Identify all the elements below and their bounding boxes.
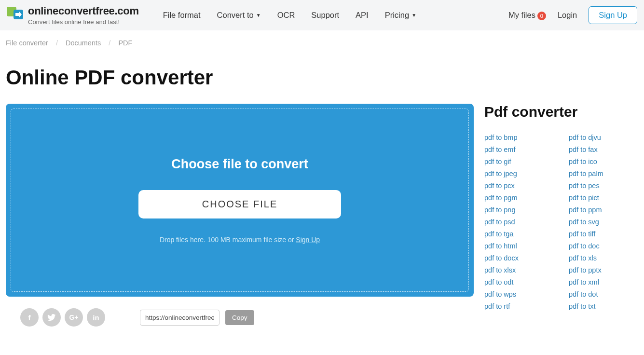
format-link[interactable]: pdf to wps <box>484 290 564 298</box>
dropzone-inner: Choose file to convert CHOOSE FILE Drop … <box>11 109 469 292</box>
format-link[interactable]: pdf to ico <box>569 158 644 165</box>
format-link[interactable]: pdf to html <box>484 242 564 250</box>
breadcrumb-pdf[interactable]: PDF <box>118 39 132 47</box>
logo-wrap: onlineconvertfree.com Convert files onli… <box>7 5 139 26</box>
share-row: f G+ in Copy <box>6 297 474 327</box>
signup-button[interactable]: Sign Up <box>589 6 637 24</box>
hint-signup-link[interactable]: Sign Up <box>296 236 320 244</box>
chevron-down-icon: ▼ <box>411 13 416 18</box>
sidebar-title: Pdf converter <box>484 104 644 120</box>
right-nav: My files0 Login Sign Up <box>508 6 637 24</box>
format-link[interactable]: pdf to dot <box>569 290 644 298</box>
copy-button[interactable]: Copy <box>225 310 254 325</box>
nav-pricing-label: Pricing <box>385 11 409 20</box>
twitter-icon[interactable] <box>42 308 61 327</box>
format-link[interactable]: pdf to odt <box>484 278 564 286</box>
chevron-down-icon: ▼ <box>256 13 261 18</box>
hint-text: Drop files here. 100 MB maximum file siz… <box>160 236 296 244</box>
logo-icon <box>7 5 23 21</box>
my-files-badge: 0 <box>537 12 546 20</box>
share-url-input[interactable] <box>140 310 219 326</box>
nav-convert-to-label: Convert to <box>217 11 254 20</box>
nav-api-label: API <box>356 11 369 20</box>
format-link[interactable]: pdf to pgm <box>484 194 564 202</box>
format-link[interactable]: pdf to jpeg <box>484 170 564 178</box>
nav-login[interactable]: Login <box>558 11 577 20</box>
nav-ocr[interactable]: OCR <box>277 11 295 20</box>
breadcrumb-separator: / <box>56 39 58 47</box>
format-link[interactable]: pdf to fax <box>569 146 644 153</box>
nav-file-format-label: File format <box>163 11 201 20</box>
nav-pricing[interactable]: Pricing▼ <box>385 11 416 20</box>
sidebar: Pdf converter pdf to bmppdf to emfpdf to… <box>484 104 644 310</box>
dropzone-hint: Drop files here. 100 MB maximum file siz… <box>160 236 320 244</box>
format-link[interactable]: pdf to txt <box>569 302 644 310</box>
nav-support[interactable]: Support <box>311 11 339 20</box>
format-link[interactable]: pdf to pes <box>569 182 644 190</box>
format-link[interactable]: pdf to pptx <box>569 266 644 274</box>
dropzone[interactable]: Choose file to convert CHOOSE FILE Drop … <box>6 104 474 297</box>
format-link[interactable]: pdf to xlsx <box>484 266 564 274</box>
linkedin-icon[interactable]: in <box>87 308 105 327</box>
dropzone-title: Choose file to convert <box>171 157 308 172</box>
tagline: Convert files online free and fast! <box>28 18 139 26</box>
format-link[interactable]: pdf to tiff <box>569 230 644 238</box>
main-nav: File format Convert to▼ OCR Support API … <box>163 11 416 20</box>
breadcrumb-separator: / <box>109 39 110 47</box>
nav-my-files-label: My files <box>508 11 535 19</box>
format-link[interactable]: pdf to djvu <box>569 134 644 141</box>
format-columns: pdf to bmppdf to emfpdf to gifpdf to jpe… <box>484 134 644 310</box>
format-link[interactable]: pdf to palm <box>569 170 644 178</box>
format-link[interactable]: pdf to doc <box>569 242 644 250</box>
facebook-icon[interactable]: f <box>20 308 39 327</box>
format-link[interactable]: pdf to xml <box>569 278 644 286</box>
format-link[interactable]: pdf to ppm <box>569 206 644 214</box>
format-link[interactable]: pdf to rtf <box>484 302 564 310</box>
nav-convert-to[interactable]: Convert to▼ <box>217 11 261 20</box>
nav-ocr-label: OCR <box>277 11 295 20</box>
format-link[interactable]: pdf to svg <box>569 218 644 226</box>
format-link[interactable]: pdf to psd <box>484 218 564 226</box>
format-link[interactable]: pdf to xls <box>569 254 644 262</box>
nav-support-label: Support <box>311 11 339 20</box>
google-plus-icon[interactable]: G+ <box>65 308 83 327</box>
header: onlineconvertfree.com Convert files onli… <box>0 0 644 30</box>
format-link[interactable]: pdf to emf <box>484 146 564 153</box>
brand-name[interactable]: onlineconvertfree.com <box>28 5 139 17</box>
nav-api[interactable]: API <box>356 11 369 20</box>
breadcrumb: File converter / Documents / PDF <box>0 30 644 47</box>
format-link[interactable]: pdf to docx <box>484 254 564 262</box>
format-link[interactable]: pdf to tga <box>484 230 564 238</box>
main-row: Choose file to convert CHOOSE FILE Drop … <box>0 99 644 331</box>
format-link[interactable]: pdf to pict <box>569 194 644 202</box>
format-link[interactable]: pdf to png <box>484 206 564 214</box>
format-col-1: pdf to bmppdf to emfpdf to gifpdf to jpe… <box>484 134 564 310</box>
format-col-2: pdf to djvupdf to faxpdf to icopdf to pa… <box>569 134 644 310</box>
breadcrumb-file-converter[interactable]: File converter <box>6 39 48 47</box>
breadcrumb-documents[interactable]: Documents <box>66 39 101 47</box>
format-link[interactable]: pdf to pcx <box>484 182 564 190</box>
nav-file-format[interactable]: File format <box>163 11 201 20</box>
social-buttons: f G+ in <box>20 308 105 327</box>
choose-file-button[interactable]: CHOOSE FILE <box>138 190 341 218</box>
page-title: Online PDF converter <box>0 47 644 99</box>
left-col: Choose file to convert CHOOSE FILE Drop … <box>6 104 474 327</box>
nav-my-files[interactable]: My files0 <box>508 11 546 20</box>
format-link[interactable]: pdf to gif <box>484 158 564 165</box>
format-link[interactable]: pdf to bmp <box>484 134 564 141</box>
